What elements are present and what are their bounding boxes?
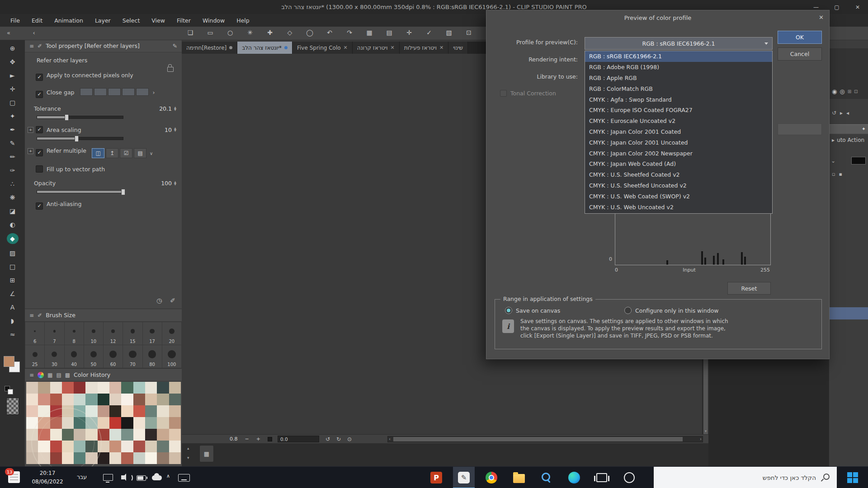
toolbar-icon[interactable]: ↶ bbox=[326, 29, 334, 36]
color-grid-icon[interactable]: ▩ bbox=[65, 372, 70, 378]
color-swatch[interactable] bbox=[98, 405, 109, 417]
profile-option-cmyk-japan-color-2002-newspaper[interactable]: CMYK : Japan Color 2002 Newspaper bbox=[585, 148, 772, 159]
color-swatch[interactable] bbox=[85, 405, 97, 417]
tab-close-icon[interactable]: ✕ bbox=[391, 45, 395, 51]
menu-layer[interactable]: Layer bbox=[89, 15, 117, 26]
color-swatch[interactable] bbox=[26, 382, 38, 394]
slider-track[interactable] bbox=[37, 116, 123, 119]
collapse-down-icon[interactable]: ▾ bbox=[187, 455, 189, 460]
scroll-left-icon[interactable]: ‹ bbox=[389, 436, 391, 442]
color-swatch[interactable] bbox=[85, 429, 97, 441]
refer-option-icon[interactable]: ▤ bbox=[134, 148, 146, 158]
spinner-icon[interactable]: ▲▼ bbox=[174, 107, 176, 111]
edit-icon[interactable]: ✎ bbox=[173, 42, 177, 49]
slider-knob[interactable] bbox=[75, 136, 79, 142]
expand-icon[interactable]: + bbox=[28, 127, 33, 133]
color-swatch[interactable] bbox=[38, 417, 50, 429]
color-swatch[interactable] bbox=[133, 405, 145, 417]
refer-option-icon[interactable]: ↥ bbox=[106, 148, 118, 158]
color-swatch[interactable] bbox=[109, 417, 121, 429]
brush-size-cell[interactable]: 8 bbox=[65, 322, 84, 345]
menu-select[interactable]: Select bbox=[117, 15, 146, 26]
next-icon[interactable]: ▸ bbox=[840, 110, 843, 116]
tool-eyedropper[interactable]: ✒ bbox=[6, 125, 19, 134]
radio-dot[interactable] bbox=[505, 307, 512, 314]
sub-color-icon[interactable]: ◎ bbox=[840, 88, 844, 95]
network-icon[interactable] bbox=[103, 474, 113, 481]
chevron-right-icon[interactable]: › bbox=[153, 89, 155, 96]
color-swatch[interactable] bbox=[109, 382, 121, 394]
zoom-out-button[interactable]: − bbox=[245, 436, 249, 442]
cancel-button[interactable]: Cancel bbox=[778, 47, 822, 61]
checkbox-anti-aliasing[interactable]: ✓ bbox=[36, 202, 43, 210]
canvas-tab-[interactable]: שינוי bbox=[448, 42, 468, 54]
tool-pen[interactable]: ✎ bbox=[6, 138, 19, 148]
tab-close-icon[interactable]: ✕ bbox=[439, 45, 443, 51]
color-swatch[interactable] bbox=[98, 382, 109, 394]
color-swatch[interactable] bbox=[85, 394, 97, 405]
brush-size-cell[interactable]: 25 bbox=[25, 345, 44, 368]
color-swatch[interactable] bbox=[50, 441, 62, 452]
color-swatch[interactable] bbox=[26, 441, 38, 452]
close-gap-option[interactable] bbox=[80, 88, 93, 96]
profile-option-rgb-colormatch-rgb[interactable]: RGB : ColorMatch RGB bbox=[585, 83, 772, 94]
toolbar-icon[interactable]: ⊡ bbox=[465, 29, 473, 36]
panel-button-bar[interactable]: ✦ bbox=[829, 124, 868, 134]
toolbar-icon[interactable]: ✛ bbox=[405, 29, 413, 36]
color-swatch[interactable] bbox=[62, 394, 74, 405]
tool-figure[interactable]: □ bbox=[6, 262, 19, 271]
color-swatch[interactable] bbox=[157, 394, 169, 405]
grid-alt-icon[interactable]: ⊡ bbox=[854, 89, 858, 94]
chevron-down-icon[interactable]: ⌄ bbox=[831, 158, 835, 164]
history-icon[interactable]: ◷ bbox=[156, 297, 162, 304]
transparent-color-chip[interactable] bbox=[6, 398, 19, 415]
menu-view[interactable]: View bbox=[146, 15, 171, 26]
canvas-tab-[interactable]: ויטראז קרונה✕ bbox=[353, 42, 400, 54]
black-swatch[interactable] bbox=[851, 157, 866, 164]
prev-icon[interactable]: ◂ bbox=[846, 110, 849, 116]
toolbar-icon[interactable]: ✓ bbox=[425, 29, 433, 36]
color-swatch[interactable] bbox=[133, 452, 145, 464]
menu-help[interactable]: Help bbox=[231, 15, 255, 26]
color-swatch[interactable] bbox=[85, 382, 97, 394]
color-swatch[interactable] bbox=[109, 405, 121, 417]
reset-view-icon[interactable]: ⊙ bbox=[347, 436, 352, 442]
tool-balloon[interactable]: ◗ bbox=[6, 316, 19, 325]
tool-property-header[interactable]: ≡ ✐ Tool property [Refer other layers] ✎ bbox=[25, 40, 182, 52]
close-gap-option[interactable] bbox=[122, 88, 135, 96]
radio-dot[interactable] bbox=[624, 307, 632, 314]
spinner-icon[interactable]: ▲▼ bbox=[174, 127, 176, 132]
taskbar-app-search-app[interactable] bbox=[536, 467, 557, 488]
color-swatch[interactable] bbox=[74, 417, 85, 429]
color-swatch[interactable] bbox=[121, 382, 133, 394]
tool-text[interactable]: A bbox=[6, 302, 19, 312]
color-swatch[interactable] bbox=[109, 441, 121, 452]
battery-icon[interactable] bbox=[137, 475, 146, 481]
color-swatch[interactable] bbox=[98, 417, 109, 429]
color-swatch[interactable] bbox=[38, 394, 50, 405]
color-swatch[interactable] bbox=[62, 452, 74, 464]
toolbar-icon[interactable]: ◯ bbox=[306, 29, 314, 36]
tool-ruler[interactable]: ∠ bbox=[6, 289, 19, 298]
color-swatch[interactable] bbox=[26, 394, 38, 405]
color-swatch[interactable] bbox=[50, 417, 62, 429]
tool-auto-select[interactable]: ✦ bbox=[6, 111, 19, 121]
brush-size-header[interactable]: ≡ ✐ Brush Size bbox=[25, 309, 182, 322]
color-swatch[interactable] bbox=[98, 429, 109, 441]
tool-move-layer[interactable]: ✛ bbox=[6, 84, 19, 94]
profile-option-rgb-srgb-iec61966-2-1[interactable]: RGB : sRGB IEC61966-2.1 bbox=[585, 51, 772, 62]
color-swatch[interactable] bbox=[145, 452, 157, 464]
tool-eraser[interactable]: ◪ bbox=[6, 206, 19, 216]
tonal-correction-checkbox[interactable]: Tonal Correction bbox=[500, 90, 556, 97]
profile-option-rgb-adobe-rgb-1998[interactable]: RGB : Adobe RGB (1998) bbox=[585, 62, 772, 73]
color-swatch[interactable] bbox=[169, 441, 181, 452]
menu-file[interactable]: File bbox=[5, 15, 26, 26]
checkbox-box[interactable] bbox=[500, 90, 507, 97]
color-swatch[interactable] bbox=[121, 452, 133, 464]
color-swatch[interactable] bbox=[169, 405, 181, 417]
tool-selection[interactable]: ▢ bbox=[6, 98, 19, 107]
rotate-reset-icon[interactable]: ↺ bbox=[832, 110, 836, 116]
color-swatch[interactable] bbox=[98, 441, 109, 452]
profile-option-cmyk-japan-color-2001-coated[interactable]: CMYK : Japan Color 2001 Coated bbox=[585, 127, 772, 137]
menu-animation[interactable]: Animation bbox=[48, 15, 89, 26]
